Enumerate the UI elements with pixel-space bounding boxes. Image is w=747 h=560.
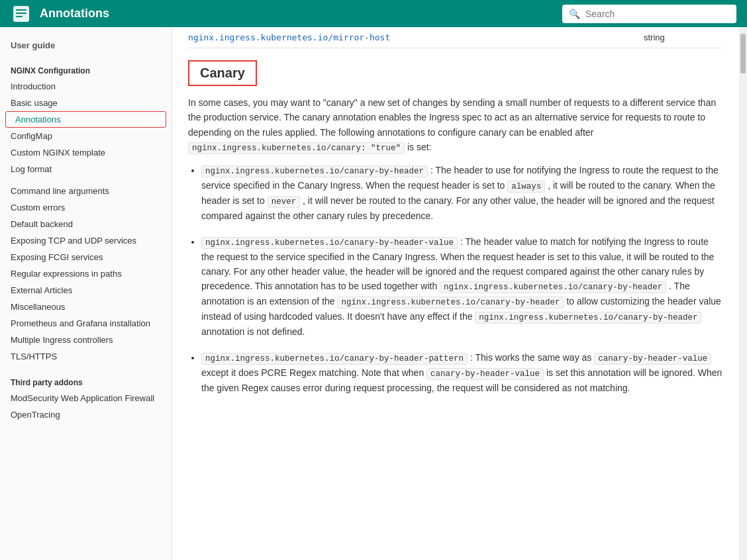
bullet2-code3: nginx.ingress.kubernetes.io/canary-by-he…	[337, 297, 564, 308]
bullet2-code2: nginx.ingress.kubernetes.io/canary-by-he…	[440, 281, 666, 293]
bullet3-code3: canary-by-header-value	[426, 368, 544, 380]
sidebar-item-prometheus-grafana[interactable]: Prometheus and Grafana installation	[0, 315, 172, 332]
scrollbar-thumb[interactable]	[740, 34, 746, 73]
sidebar-item-tls-https[interactable]: TLS/HTTPS	[0, 348, 172, 365]
bullet-item-3: nginx.ingress.kubernetes.io/canary-by-he…	[201, 350, 723, 395]
sidebar-item-custom-errors[interactable]: Custom errors	[0, 199, 172, 216]
sidebar-item-custom-nginx-template[interactable]: Custom NGINX template	[0, 144, 172, 161]
bullet2-code4: nginx.ingress.kubernetes.io/canary-by-he…	[475, 312, 701, 324]
svg-rect-1	[16, 9, 26, 11]
app-title: Annotations	[40, 7, 554, 21]
sidebar-item-regular-expressions[interactable]: Regular expressions in paths	[0, 265, 172, 282]
sidebar-item-annotations[interactable]: Annotations	[5, 111, 166, 128]
sidebar-section-title: User guide	[0, 35, 172, 53]
search-box[interactable]: 🔍	[562, 5, 736, 23]
canary-heading-box: Canary	[188, 60, 257, 86]
logo-icon	[11, 3, 32, 24]
bullet1-code: nginx.ingress.kubernetes.io/canary-by-he…	[201, 165, 428, 177]
ref-row: nginx.ingress.kubernetes.io/mirror-host …	[188, 27, 723, 48]
sidebar-item-external-articles[interactable]: External Articles	[0, 282, 172, 299]
bullet3-code2: canary-by-header-value	[594, 353, 711, 365]
sidebar-item-exposing-fcgi[interactable]: Exposing FCGI services	[0, 249, 172, 265]
bullet-list: nginx.ingress.kubernetes.io/canary-by-he…	[201, 163, 723, 395]
canary-heading: Canary	[200, 66, 245, 81]
sidebar-item-miscellaneous[interactable]: Miscellaneous	[0, 299, 172, 315]
svg-rect-3	[16, 16, 23, 17]
bullet1-code3: never	[268, 196, 301, 208]
search-icon: 🔍	[569, 9, 580, 19]
layout: User guide NGINX Configuration Introduct…	[0, 27, 747, 560]
sidebar-item-modsecurity[interactable]: ModSecurity Web Application Firewall	[0, 390, 172, 406]
bullet-item-2: nginx.ingress.kubernetes.io/canary-by-he…	[201, 234, 723, 340]
sidebar-group-third-party: Third party addons	[0, 370, 172, 390]
sidebar-item-opentracing[interactable]: OpenTracing	[0, 406, 172, 423]
canary-code-inline: nginx.ingress.kubernetes.io/canary: "tru…	[188, 142, 405, 154]
sidebar: User guide NGINX Configuration Introduct…	[0, 27, 172, 560]
bullet1-code2: always	[507, 181, 545, 193]
main-content: nginx.ingress.kubernetes.io/mirror-host …	[172, 27, 739, 560]
right-scrollbar[interactable]	[739, 27, 747, 560]
header: Annotations 🔍	[0, 0, 747, 27]
sidebar-item-command-line-arguments[interactable]: Command line arguments	[0, 183, 172, 199]
sidebar-item-default-backend[interactable]: Default backend	[0, 216, 172, 232]
sidebar-item-multiple-ingress[interactable]: Multiple Ingress controllers	[0, 332, 172, 348]
bullet-item-1: nginx.ingress.kubernetes.io/canary-by-he…	[201, 163, 723, 223]
bullet2-code: nginx.ingress.kubernetes.io/canary-by-he…	[201, 237, 458, 249]
bullet3-code: nginx.ingress.kubernetes.io/canary-by-he…	[201, 353, 468, 365]
sidebar-item-log-format[interactable]: Log format	[0, 161, 172, 177]
svg-rect-2	[16, 13, 26, 14]
intro-paragraph: In some cases, you may want to "canary" …	[188, 95, 723, 155]
sidebar-item-configmap[interactable]: ConfigMap	[0, 128, 172, 144]
sidebar-group-nginx: NGINX Configuration	[0, 58, 172, 78]
ref-link[interactable]: nginx.ingress.kubernetes.io/mirror-host	[188, 32, 644, 42]
sidebar-item-basic-usage[interactable]: Basic usage	[0, 95, 172, 111]
ref-type: string	[644, 32, 723, 42]
sidebar-item-introduction[interactable]: Introduction	[0, 78, 172, 95]
search-input[interactable]	[585, 9, 730, 19]
sidebar-item-exposing-tcp-udp[interactable]: Exposing TCP and UDP services	[0, 232, 172, 249]
